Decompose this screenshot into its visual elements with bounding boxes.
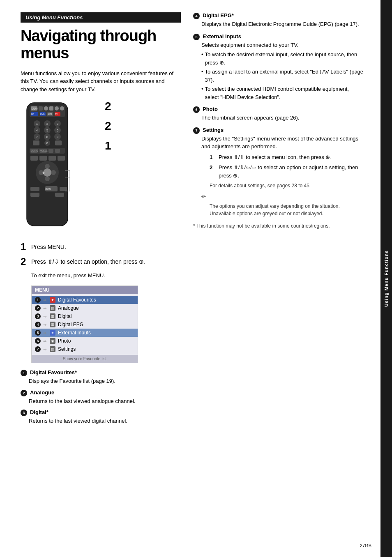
svg-rect-7	[60, 106, 64, 110]
right-body-6: The thumbnail screen appears (page 26).	[201, 114, 364, 122]
desc-1-header: 1 Digital Favourites*	[21, 369, 181, 376]
desc-title-2: Analogue	[30, 389, 54, 396]
menu-badge-7: 7	[35, 346, 41, 352]
svg-text:3: 3	[57, 122, 58, 125]
menu-badge-6: 6	[35, 338, 41, 344]
desc-1: 1 Digital Favourites* Displays the Favou…	[21, 369, 181, 385]
bullet-5-2: • To assign a label to an external input…	[201, 68, 364, 84]
desc-3: 3 Digital* Returns to the last viewed di…	[21, 409, 181, 425]
pencil-icon: ✏	[201, 193, 364, 201]
svg-text:LIGHT: LIGHT	[32, 108, 38, 110]
step-2-sub: To exit the menu, press MENU.	[31, 272, 181, 280]
menu-icon-3: ▦	[50, 313, 55, 319]
right-badge-7: 7	[193, 127, 200, 134]
page-number: 27GB	[360, 541, 371, 549]
svg-rect-48	[48, 156, 56, 161]
svg-rect-61	[30, 193, 39, 197]
svg-text:7: 7	[36, 136, 38, 138]
desc-title-1: Digital Favourites*	[30, 369, 77, 375]
svg-rect-62	[55, 193, 64, 197]
step-2-text: Press ⇧/⇩ to select an option, then pres…	[31, 256, 145, 267]
desc-2-header: 2 Analogue	[21, 389, 181, 396]
svg-text:MENU: MENU	[45, 188, 51, 190]
svg-text:DVD: DVD	[40, 113, 45, 115]
right-title-5: External Inputs	[203, 33, 241, 39]
svg-text:TV: TV	[55, 113, 58, 115]
menu-footer: Show your Favourite list	[32, 355, 138, 363]
menu-label-1: Digital Favourites	[58, 297, 96, 303]
desc-body-3: Returns to the last viewed digital chann…	[29, 417, 181, 425]
svg-point-51	[45, 164, 50, 169]
svg-text:5: 5	[46, 129, 48, 132]
intro-text: Menu functions allow you to enjoy variou…	[21, 69, 181, 94]
menu-label-5: External Inputs	[58, 330, 91, 336]
right-desc-7-header: 7 Settings	[193, 127, 364, 134]
svg-rect-59	[60, 187, 67, 191]
svg-rect-3	[39, 106, 43, 110]
step-1-number: 1	[21, 242, 29, 252]
right-title-4: Digital EPG*	[203, 12, 234, 18]
desc-badge-3: 3	[21, 410, 27, 416]
right-badge-6: 6	[193, 106, 200, 113]
svg-point-53	[51, 170, 56, 175]
svg-rect-49	[58, 156, 65, 161]
menu-items-list: 1 ⇒ ♥ Digital Favourites 2 ⇒ ▤ Analogue	[32, 294, 138, 355]
menu-badge-4: 4	[35, 322, 41, 327]
desc-title-3: Digital*	[30, 409, 48, 415]
step-1-text: Press MENU.	[31, 242, 66, 252]
right-badge-5: 5	[193, 34, 200, 40]
menu-item-7[interactable]: 7 ⇒ ▤ Settings	[32, 345, 138, 353]
step-2: 2 Press ⇧/⇩ to select an option, then pr…	[21, 256, 181, 267]
menu-icon-6: ◉	[50, 338, 55, 344]
right-step-7-1: 1 Press ⇧/⇩ to select a menu icon, then …	[210, 153, 364, 161]
section-header-text: Using Menu Functions	[25, 14, 83, 21]
right-body-5: Selects equipment connected to your TV. …	[201, 41, 364, 101]
svg-text:BD: BD	[31, 113, 34, 115]
menu-badge-2: 2	[35, 305, 41, 311]
remote-label-2: 2	[105, 120, 111, 132]
desc-body-1: Displays the Favourite list (page 19).	[29, 377, 181, 385]
menu-item-6[interactable]: 6 ⇒ ◉ Photo	[32, 337, 138, 345]
menu-item-4[interactable]: 4 ⇒ ▦ Digital EPG	[32, 320, 138, 329]
menu-screenshot: MENU 1 ⇒ ♥ Digital Favourites 2 ⇒ ▤ Anal	[31, 285, 138, 363]
right-desc-7: 7 Settings Displays the "Settings" menu …	[193, 127, 364, 217]
remote-label-3: 1	[105, 140, 111, 152]
right-desc-6-header: 6 Photo	[193, 106, 364, 113]
right-body-7: Displays the "Settings" menu where most …	[201, 135, 364, 217]
svg-text:9: 9	[57, 136, 58, 138]
bullet-5-3: • To select the connected HDMI control c…	[201, 85, 364, 101]
menu-label-3: Digital	[58, 313, 71, 319]
svg-rect-47	[39, 156, 47, 161]
menu-badge-3: 3	[35, 313, 41, 319]
settings-note: The options you can adjust vary dependin…	[210, 203, 364, 217]
svg-text:2: 2	[46, 122, 48, 125]
menu-item-3[interactable]: 3 ⇒ ▦ Digital	[32, 312, 138, 320]
menu-label-4: Digital EPG	[58, 322, 83, 327]
menu-badge-1: 1	[35, 297, 41, 303]
svg-text:AMP: AMP	[48, 113, 53, 115]
svg-text:ANALOG: ANALOG	[40, 150, 48, 152]
remote-image: LIGHT BD DVD AMP TV 1	[21, 101, 101, 233]
svg-text:1: 1	[36, 122, 38, 125]
footnote: * This function may not be available in …	[193, 222, 364, 230]
menu-item-1[interactable]: 1 ⇒ ♥ Digital Favourites	[32, 296, 138, 304]
step-note: For details about settings, see pages 28…	[210, 182, 364, 189]
menu-item-5[interactable]: 5 ⇒ ± External Inputs	[32, 329, 138, 337]
remote-area: LIGHT BD DVD AMP TV 1	[21, 101, 181, 233]
menu-title: MENU	[32, 286, 138, 294]
svg-rect-57	[30, 187, 39, 191]
menu-icon-7: ▤	[50, 346, 55, 352]
step-1: 1 Press MENU.	[21, 242, 181, 252]
menu-item-2[interactable]: 2 ⇒ ▤ Analogue	[32, 304, 138, 312]
page-title: Navigating through menus	[21, 28, 181, 62]
svg-rect-37	[55, 140, 62, 145]
menu-badge-5: 5	[35, 330, 41, 336]
menu-icon-2: ▤	[50, 305, 55, 311]
remote-labels: 2 2 1	[105, 101, 111, 156]
desc-body-2: Returns to the last viewed analogue chan…	[29, 397, 181, 405]
desc-badge-1: 1	[21, 370, 27, 376]
desc-2: 2 Analogue Returns to the last viewed an…	[21, 389, 181, 405]
right-desc-5-header: 5 External Inputs	[193, 33, 364, 40]
step-2-number: 2	[21, 256, 29, 267]
svg-text:⊕: ⊕	[42, 171, 45, 174]
